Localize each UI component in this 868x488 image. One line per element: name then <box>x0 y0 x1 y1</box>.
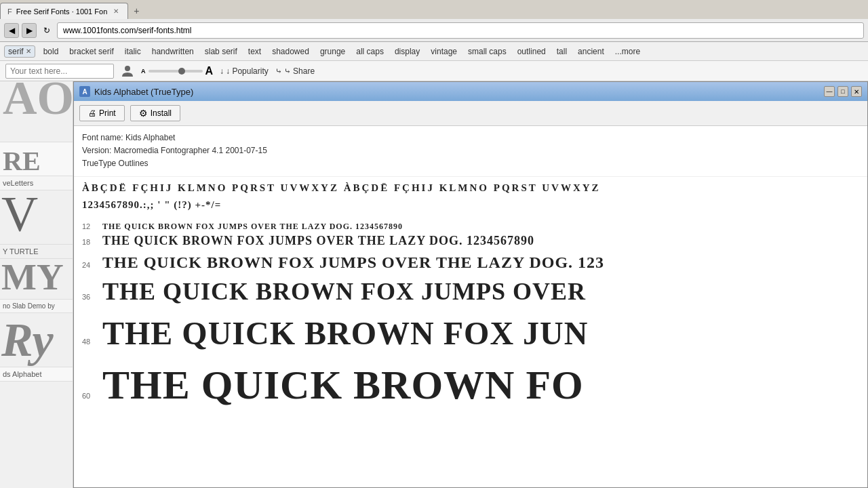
tab-bar: F Free Serif Fonts · 1001 Fon ✕ + <box>0 0 868 19</box>
version-label: Version: <box>82 146 111 155</box>
size-label-60: 60 <box>82 392 102 400</box>
alphabet-sample: ÀBÇDË FÇHIJ KLMNO PQRST UVWXYZ ÀBÇDË FÇH… <box>82 182 601 194</box>
maximize-button[interactable]: □ <box>837 86 848 97</box>
dialog-body: ÀBÇDË FÇHIJ KLMNO PQRST UVWXYZ ÀBÇDË FÇH… <box>74 177 867 487</box>
active-tag-label: serif <box>8 47 24 56</box>
font-sample-18: THE QUICK BROWN FOX JUMPS OVER THE LAZY … <box>102 234 534 249</box>
sample-row-18: 18 THE QUICK BROWN FOX JUMPS OVER THE LA… <box>82 234 859 249</box>
dialog-title-left: A Kids Alphabet (TrueType) <box>79 86 193 97</box>
sort-button[interactable]: ↓ ↓ Popularity <box>220 66 269 76</box>
filter-tag-tall[interactable]: tall <box>554 46 570 57</box>
print-icon: 🖨 <box>88 108 96 118</box>
font-list-sidebar: AO RE veLetters V Y TURTLE MY no Slab De… <box>0 81 73 488</box>
numbers-row: 1234567890.:,; ' " (!?) +-*/= <box>82 199 859 216</box>
nav-bar: ◀ ▶ ↻ <box>0 19 868 42</box>
filter-bar: serif ✕ bold bracket serif italic handwr… <box>0 42 868 61</box>
filter-tag-bold[interactable]: bold <box>41 46 62 57</box>
font-preview-letters-2: RE <box>0 142 73 176</box>
sidebar-font-4[interactable]: V <box>0 190 73 245</box>
filter-tag-outlined[interactable]: outlined <box>515 46 549 57</box>
slider-thumb[interactable] <box>178 68 185 75</box>
size-label-48: 48 <box>82 338 102 346</box>
sidebar-font-9[interactable]: ds Alphabet <box>0 367 73 382</box>
sample-row-24: 24 THE QUICK BROWN FOX JUMPS OVER THE LA… <box>82 253 859 272</box>
sidebar-font-1[interactable]: AO <box>0 81 73 142</box>
filter-tag-text[interactable]: text <box>245 46 264 57</box>
tab-close-button[interactable]: ✕ <box>111 7 121 16</box>
filter-tag-handwritten[interactable]: handwritten <box>149 46 197 57</box>
filter-tag-shadowed[interactable]: shadowed <box>269 46 312 57</box>
filter-tag-display[interactable]: display <box>392 46 422 57</box>
filter-tag-more[interactable]: ...more <box>612 46 643 57</box>
preview-text-input[interactable] <box>5 64 114 79</box>
font-name-line: Font name: Kids Alphabet <box>82 131 859 144</box>
url-bar[interactable] <box>57 22 864 39</box>
remove-tag-button[interactable]: ✕ <box>26 47 31 55</box>
font-version-line: Version: Macromedia Fontographer 4.1 200… <box>82 144 859 157</box>
filter-tag-small-caps[interactable]: small caps <box>465 46 509 57</box>
dialog-toolbar: 🖨 Print ⚙ Install <box>74 101 867 126</box>
sample-row-60: 60 THE QUICK BROWN FO <box>82 361 859 409</box>
back-icon: ◀ <box>9 26 15 35</box>
forward-icon: ▶ <box>26 26 33 35</box>
sort-label: ↓ Popularity <box>226 66 269 76</box>
sidebar-font-5[interactable]: Y TURTLE <box>0 245 73 259</box>
sidebar-font-2[interactable]: RE <box>0 142 73 176</box>
install-icon: ⚙ <box>139 108 148 119</box>
share-button[interactable]: ⤷ ⤷ Share <box>275 66 315 76</box>
refresh-button[interactable]: ↻ <box>39 23 54 38</box>
refresh-icon: ↻ <box>43 26 50 35</box>
filter-tag-italic[interactable]: italic <box>122 46 144 57</box>
filter-tag-grunge[interactable]: grunge <box>317 46 348 57</box>
filter-tag-slab-serif[interactable]: slab serif <box>202 46 240 57</box>
minimize-button[interactable]: — <box>824 86 835 97</box>
sidebar-font-8[interactable]: Ry <box>0 313 73 367</box>
dialog-font-info: Font name: Kids Alphabet Version: Macrom… <box>74 126 867 177</box>
tab-title: Free Serif Fonts · 1001 Fon <box>16 7 108 16</box>
font-size-slider[interactable]: A A <box>141 65 213 77</box>
toolbar: A A ↓ ↓ Popularity ⤷ ⤷ Share <box>0 61 868 81</box>
filter-tag-vintage[interactable]: vintage <box>428 46 460 57</box>
font-preview-my: MY <box>0 259 73 298</box>
sidebar-font-7[interactable]: no Slab Demo by <box>0 300 73 313</box>
sample-row-48: 48 THE QUICK BROWN FOX JUN <box>82 314 859 353</box>
browser-frame: F Free Serif Fonts · 1001 Fon ✕ + ◀ ▶ ↻ … <box>0 0 868 488</box>
print-button[interactable]: 🖨 Print <box>79 105 125 121</box>
back-button[interactable]: ◀ <box>4 23 19 38</box>
close-button[interactable]: ✕ <box>851 86 862 97</box>
share-icon: ⤷ <box>275 66 282 76</box>
size-label-36: 36 <box>82 293 102 301</box>
size-label-24: 24 <box>82 261 102 269</box>
filter-tag-ancient[interactable]: ancient <box>575 46 607 57</box>
new-tab-button[interactable]: + <box>128 3 144 19</box>
font-name-value: Kids Alphabet <box>125 133 175 142</box>
font-sample-48: THE QUICK BROWN FOX JUN <box>102 314 588 353</box>
slider-track[interactable] <box>149 70 203 73</box>
font-preview-area: A Kids Alphabet (TrueType) — □ ✕ 🖨 Print <box>73 81 868 488</box>
sidebar-text-3: no Slab Demo by <box>3 302 70 310</box>
dialog-window-controls: — □ ✕ <box>824 86 862 97</box>
font-sample-12: THE QUICK BROWN FOX JUMPS OVER THE LAZY … <box>102 222 403 231</box>
forward-button[interactable]: ▶ <box>22 23 37 38</box>
dialog-titlebar: A Kids Alphabet (TrueType) — □ ✕ <box>74 82 867 101</box>
browser-tab[interactable]: F Free Serif Fonts · 1001 Fon ✕ <box>0 3 128 19</box>
dialog-app-icon: A <box>79 86 90 97</box>
font-preview-letters-1: AO <box>0 81 73 119</box>
share-label: ⤷ Share <box>284 66 315 76</box>
alphabet-row: ÀBÇDË FÇHIJ KLMNO PQRST UVWXYZ ÀBÇDË FÇH… <box>82 182 859 197</box>
filter-tag-bracket-serif[interactable]: bracket serif <box>66 46 116 57</box>
svg-point-0 <box>125 66 130 71</box>
outline-type-line: TrueType Outlines <box>82 157 859 170</box>
filter-tag-all-caps[interactable]: all caps <box>353 46 387 57</box>
install-button[interactable]: ⚙ Install <box>130 105 180 121</box>
font-dialog: A Kids Alphabet (TrueType) — □ ✕ 🖨 Print <box>73 81 868 488</box>
size-label-12: 12 <box>82 222 102 230</box>
numbers-sample: 1234567890.:,; ' " (!?) +-*/= <box>82 199 221 211</box>
font-preview-v: V <box>0 190 73 243</box>
sort-icon: ↓ <box>220 66 224 76</box>
font-sample-60: THE QUICK BROWN FO <box>102 361 584 409</box>
filter-tag-serif-active[interactable]: serif ✕ <box>4 45 35 58</box>
sidebar-font-6[interactable]: MY <box>0 259 73 300</box>
sample-row-36: 36 THE QUICK BROWN FOX JUMPS OVER <box>82 277 859 306</box>
sidebar-font-3[interactable]: veLetters <box>0 176 73 190</box>
